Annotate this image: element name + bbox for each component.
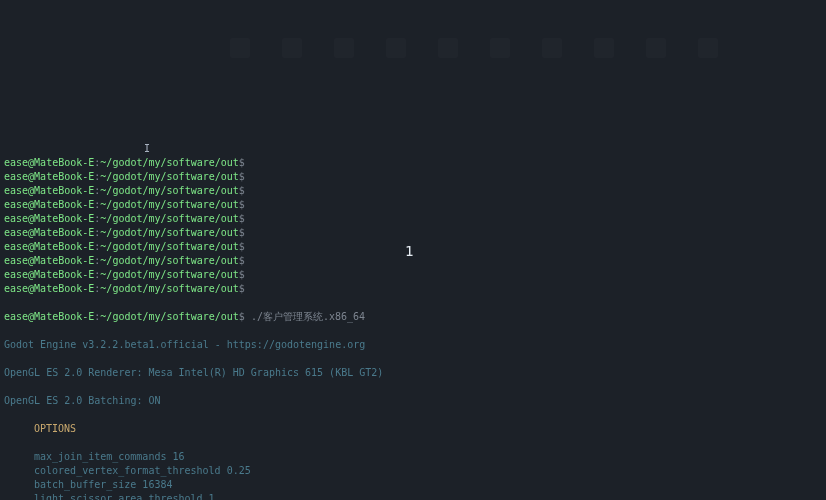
overlay-number: 1 — [405, 242, 413, 262]
prompt-line: ease@MateBook-E:~/godot/my/software/out$ — [4, 282, 822, 296]
godot-option: colored_vertex_format_threshold 0.25 — [34, 464, 822, 478]
text-cursor-icon: I — [144, 142, 150, 156]
godot-renderer-line: OpenGL ES 2.0 Renderer: Mesa Intel(R) HD… — [4, 366, 822, 380]
prompt-line: ease@MateBook-E:~/godot/my/software/out$ — [4, 212, 822, 226]
taskbar-dot — [386, 38, 406, 58]
godot-option: max_join_item_commands 16 — [34, 450, 822, 464]
prompt-line: ease@MateBook-E:~/godot/my/software/out$ — [4, 170, 822, 184]
options-label: OPTIONS — [34, 422, 822, 436]
taskbar-dot — [438, 38, 458, 58]
taskbar-icons — [230, 38, 718, 58]
taskbar-dot — [490, 38, 510, 58]
terminal[interactable]: ease@MateBook-E:~/godot/my/software/out$… — [0, 140, 826, 500]
godot-option: batch_buffer_size 16384 — [34, 478, 822, 492]
taskbar-dot — [542, 38, 562, 58]
taskbar-dot — [698, 38, 718, 58]
prompt-line: ease@MateBook-E:~/godot/my/software/out$ — [4, 268, 822, 282]
prompt-line: ease@MateBook-E:~/godot/my/software/out$ — [4, 226, 822, 240]
exec-line: ease@MateBook-E:~/godot/my/software/out$… — [4, 310, 822, 324]
godot-option: light_scissor_area_threshold 1 — [34, 492, 822, 500]
taskbar-dot — [334, 38, 354, 58]
taskbar-dot — [594, 38, 614, 58]
godot-engine-line: Godot Engine v3.2.2.beta1.official - htt… — [4, 338, 822, 352]
prompt-line: ease@MateBook-E:~/godot/my/software/out$ — [4, 184, 822, 198]
taskbar-dot — [646, 38, 666, 58]
prompt-line: ease@MateBook-E:~/godot/my/software/out$ — [4, 156, 822, 170]
taskbar-dot — [230, 38, 250, 58]
prompt-line: ease@MateBook-E:~/godot/my/software/out$ — [4, 198, 822, 212]
taskbar-dot — [282, 38, 302, 58]
godot-batching-line: OpenGL ES 2.0 Batching: ON — [4, 394, 822, 408]
